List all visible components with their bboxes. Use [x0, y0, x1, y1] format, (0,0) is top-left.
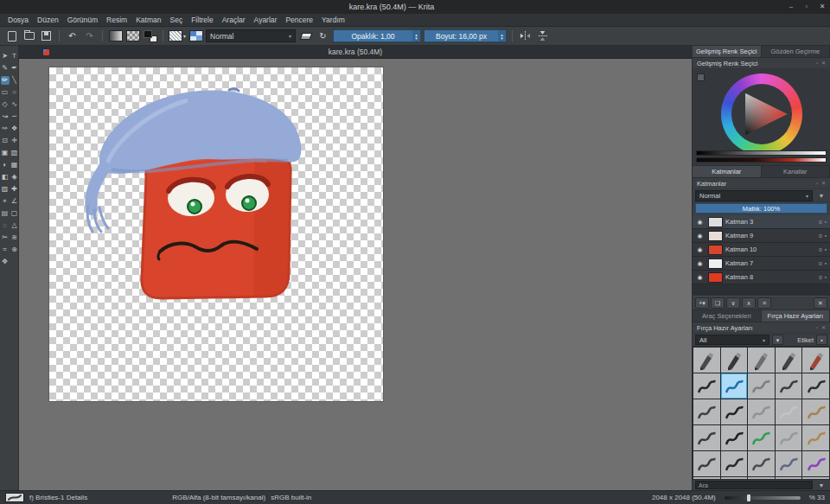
pattern-chooser-button[interactable]: [125, 29, 140, 43]
close-docker-button[interactable]: ✕: [821, 178, 826, 188]
brush-preset-cell[interactable]: [748, 348, 775, 373]
brush-preset-cell[interactable]: [802, 425, 829, 450]
poly-select-tool[interactable]: △: [10, 221, 19, 230]
open-document-button[interactable]: [22, 29, 36, 43]
eraser-mode-button[interactable]: [298, 29, 313, 43]
menu-duzen[interactable]: Düzen: [33, 14, 63, 27]
preset-search-input[interactable]: [695, 481, 813, 489]
layer-properties-button[interactable]: ≡: [757, 297, 771, 309]
smart-patch-tool[interactable]: ✚: [10, 185, 19, 194]
redo-button[interactable]: ↷: [82, 29, 97, 43]
zoom-slider-handle[interactable]: [747, 494, 750, 501]
undo-button[interactable]: ↶: [65, 29, 80, 43]
rectangle-tool[interactable]: ▭: [1, 88, 10, 97]
brush-preset-cell[interactable]: [776, 348, 802, 373]
calligraphy-tool[interactable]: ✒: [10, 64, 19, 73]
tab-channels[interactable]: Kanallar: [762, 166, 830, 177]
menu-sec[interactable]: Seç: [166, 14, 188, 27]
freehand-brush-tool[interactable]: ✏: [1, 76, 10, 85]
layer-row-katman-7[interactable]: ◉ Katman 7 α ▪: [693, 257, 830, 271]
bezier-curve-tool[interactable]: ↝: [1, 112, 10, 121]
layer-visibility-toggle[interactable]: ◉: [694, 260, 706, 267]
tab-brush-presets[interactable]: Fırça Hazır Ayarları: [762, 310, 830, 322]
display-mode-button[interactable]: ▪: [816, 335, 827, 345]
fill-tool[interactable]: ◧: [1, 173, 10, 182]
select-shapes-tool[interactable]: ➤: [1, 52, 10, 61]
polygon-tool[interactable]: ◇: [1, 100, 10, 109]
opacity-slider[interactable]: Opaklık: 1,00 ▴▾: [333, 29, 421, 42]
brush-preset-cell[interactable]: [721, 451, 748, 476]
float-docker-button[interactable]: ▫: [816, 178, 818, 188]
layer-lock-icon[interactable]: ▪: [825, 233, 827, 239]
reload-preset-button[interactable]: ↻: [316, 29, 330, 43]
multibrush-tool[interactable]: ❖: [10, 124, 19, 133]
enclose-fill-tool[interactable]: ◈: [10, 173, 19, 182]
layer-lock-icon[interactable]: ▪: [825, 274, 827, 280]
freehand-path-tool[interactable]: ∽: [10, 112, 19, 121]
duplicate-layer-button[interactable]: ❏: [711, 297, 725, 309]
menu-ayarlar[interactable]: Ayarlar: [250, 14, 282, 27]
menu-pencere[interactable]: Pencere: [281, 14, 317, 27]
menu-araclar[interactable]: Araçlar: [218, 14, 250, 27]
tab-advanced-color-selector[interactable]: Gelişmiş Renk Seçici: [693, 46, 762, 57]
menu-dosya[interactable]: Dosya: [3, 14, 33, 27]
layer-visibility-toggle[interactable]: ◉: [694, 233, 706, 239]
brush-preset-cell[interactable]: [693, 451, 720, 476]
assistants-tool[interactable]: ⌖: [1, 197, 10, 206]
gradient-chooser-button[interactable]: [108, 29, 123, 43]
ellipse-select-tool[interactable]: ◌: [1, 221, 10, 230]
polyline-tool[interactable]: ∿: [10, 100, 19, 109]
add-layer-button[interactable]: +▾: [695, 297, 709, 309]
tab-tool-options[interactable]: Araç Seçenekleri: [693, 310, 762, 322]
search-filter-icon[interactable]: ▼: [815, 482, 827, 488]
inherit-alpha-icon[interactable]: α: [819, 219, 822, 225]
brush-preset-cell[interactable]: [802, 348, 829, 373]
brush-preset-cell[interactable]: [802, 451, 829, 476]
brush-size-spinner[interactable]: ▴▾: [498, 30, 506, 41]
inherit-alpha-icon[interactable]: α: [819, 233, 822, 239]
layer-filter-icon[interactable]: ▼: [815, 193, 827, 199]
colorize-mask-tool[interactable]: ▨: [1, 185, 10, 194]
brush-preset-cell[interactable]: [721, 348, 748, 373]
dynamic-brush-tool[interactable]: ✑: [1, 124, 10, 133]
measure-tool[interactable]: ∠: [10, 197, 19, 206]
brush-preset-cell[interactable]: [802, 373, 829, 399]
mirror-vertical-button[interactable]: [535, 29, 550, 43]
pan-tool[interactable]: ✥: [1, 258, 10, 266]
brush-preset-cell[interactable]: [776, 399, 802, 424]
layer-lock-icon[interactable]: ▪: [825, 246, 827, 252]
reference-images-tool[interactable]: ▤: [1, 209, 10, 218]
float-docker-button[interactable]: ▫: [816, 58, 818, 68]
brush-preset-cell[interactable]: [721, 373, 748, 399]
brush-size-slider[interactable]: Boyut: 16,00 px ▴▾: [424, 29, 507, 42]
brush-preset-cell[interactable]: [776, 451, 802, 476]
layer-row-katman-8[interactable]: ◉ Katman 8 α ▪: [693, 271, 830, 284]
minimize-button[interactable]: –: [783, 0, 799, 14]
inherit-alpha-icon[interactable]: α: [819, 246, 822, 252]
mirror-horizontal-button[interactable]: [518, 29, 533, 43]
close-button[interactable]: ✕: [814, 0, 830, 14]
fg-bg-color-button[interactable]: [143, 29, 157, 43]
move-tool[interactable]: ✛: [10, 137, 19, 145]
layer-lock-icon[interactable]: ▪: [825, 260, 827, 266]
gradient-tool[interactable]: ▧: [10, 149, 19, 157]
brush-preset-cell[interactable]: [693, 348, 720, 373]
close-docker-button[interactable]: ✕: [821, 58, 826, 68]
brush-preset-cell[interactable]: [802, 399, 829, 424]
tab-layers[interactable]: Katmanlar: [693, 166, 762, 177]
similar-select-tool[interactable]: ≋: [10, 233, 19, 242]
freehand-select-tool[interactable]: ✂: [1, 233, 10, 242]
menu-katman[interactable]: Katman: [131, 14, 165, 27]
text-tool[interactable]: T: [10, 52, 19, 61]
crop-tool[interactable]: ▣: [1, 149, 10, 157]
layer-row-katman-10[interactable]: ◉ Katman 10 α ▪: [693, 243, 830, 257]
selector-shape-button[interactable]: [697, 73, 705, 81]
blend-mode-select[interactable]: Normal ▾: [206, 29, 296, 42]
new-document-button[interactable]: [4, 29, 19, 43]
pattern-tool[interactable]: ▦: [10, 161, 19, 169]
zoom-tool[interactable]: ⊕: [10, 246, 19, 254]
tag-tool-button[interactable]: ▾: [772, 335, 783, 345]
preset-chooser-button[interactable]: [188, 29, 203, 43]
move-layer-down-button[interactable]: ∨: [726, 297, 740, 309]
brush-preset-cell[interactable]: [693, 373, 720, 399]
